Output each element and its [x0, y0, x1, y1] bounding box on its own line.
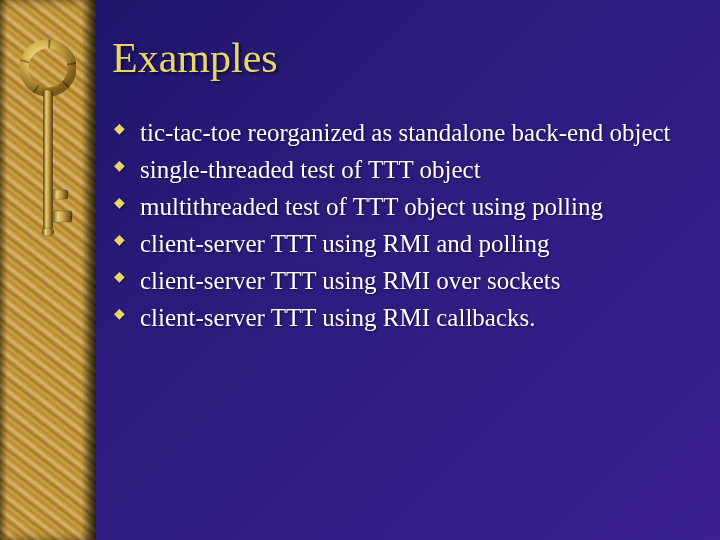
- svg-rect-5: [52, 211, 72, 222]
- svg-point-0: [24, 44, 72, 92]
- svg-point-6: [42, 228, 54, 236]
- key-icon: [0, 40, 96, 260]
- content-area: Examples tic-tac-toe reorganized as stan…: [112, 34, 690, 338]
- sidebar-decoration: [0, 0, 96, 540]
- bullet-item: single-threaded test of TTT object: [140, 153, 690, 186]
- bullet-item: client-server TTT using RMI callbacks.: [140, 301, 690, 334]
- bullet-list: tic-tac-toe reorganized as standalone ba…: [112, 116, 690, 334]
- bullet-item: client-server TTT using RMI over sockets: [140, 264, 690, 297]
- svg-rect-4: [52, 190, 68, 199]
- bullet-item: client-server TTT using RMI and polling: [140, 227, 690, 260]
- slide-title: Examples: [112, 34, 690, 82]
- bullet-item: multithreaded test of TTT object using p…: [140, 190, 690, 223]
- slide: Examples tic-tac-toe reorganized as stan…: [0, 0, 720, 540]
- bullet-item: tic-tac-toe reorganized as standalone ba…: [140, 116, 690, 149]
- svg-rect-2: [44, 90, 53, 230]
